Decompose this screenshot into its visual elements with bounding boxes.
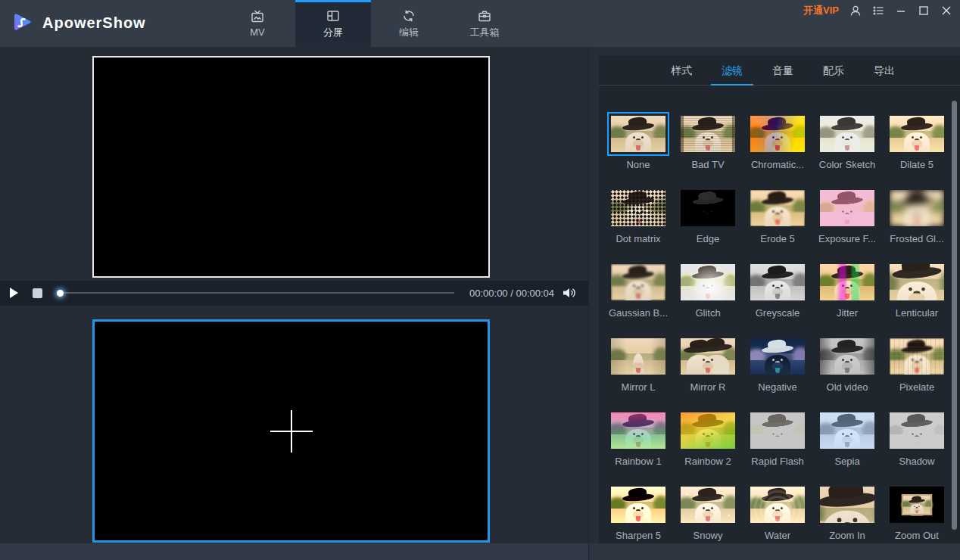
filter-label: Rainbow 1 [603,456,673,467]
cowboy-hat-crown [768,339,787,349]
bottom-video-slot-selected[interactable] [92,319,490,543]
filter-dot-matrix[interactable]: Dot matrix [603,186,673,260]
filter-chromatic[interactable]: Chromatic... [743,112,812,186]
thumbnail-scene [750,116,805,152]
filter-bad-tv[interactable]: Bad TV [673,112,743,186]
stop-button[interactable] [33,288,42,298]
filter-snowy[interactable]: Snowy [673,483,743,543]
filter-zoom-in[interactable]: Zoom In [812,483,882,543]
filter-label: Mirror R [673,381,743,393]
filter-label: Color Sketch [812,159,882,170]
close-icon[interactable] [940,5,952,17]
filter-thumbnail [750,116,805,152]
filter-rapid-flash[interactable]: Rapid Flash [743,409,812,483]
dog-figure [910,504,924,516]
filter-thumbnail-frame [886,409,948,453]
top-video-preview[interactable] [92,56,490,278]
filter-sharpen-5[interactable]: Sharpen 5 [603,483,673,543]
tab-toolbox[interactable]: 工具箱 [447,0,522,47]
filter-sepia[interactable]: Sepia [812,409,882,483]
panel-content: 样式 滤镜 音量 配乐 导出 [599,55,960,543]
filter-erode-5[interactable]: Erode 5 [743,186,812,260]
filter-dilate-5[interactable]: Dilate 5 [882,112,952,186]
filter-label: Exposure F... [812,233,882,244]
menu-icon[interactable] [872,5,884,17]
scrollbar-thumb[interactable] [952,101,957,530]
filter-lenticular[interactable]: Lenticular [882,260,952,334]
tab-edit[interactable]: 编辑 [371,0,447,47]
thumbnail-scene [750,487,805,523]
maximize-icon[interactable] [918,5,930,17]
filter-thumbnail-frame [607,260,669,304]
thumbnail-scene [611,264,665,300]
filter-edge[interactable]: Edge [673,186,743,260]
filter-label: Mirror L [603,381,673,393]
filter-pixelate[interactable]: Pixelate [882,334,952,409]
cowboy-hat-crown [837,413,856,423]
filter-label: Sepia [812,456,882,467]
filter-mirror-l[interactable]: Mirror L [603,334,673,409]
filter-water[interactable]: Water [743,483,812,543]
filter-thumbnail [820,487,874,523]
tab-split-screen[interactable]: 分屏 [295,0,371,47]
filter-thumbnail-frame [886,260,948,304]
thumbnail-scene [681,487,735,523]
app-brand: ApowerShow [9,10,146,36]
cowboy-hat-crown [698,413,717,423]
filter-exposure-flash[interactable]: Exposure F... [812,186,882,260]
filter-thumbnail [750,264,805,300]
seek-slider[interactable] [61,292,454,294]
filter-rainbow-2[interactable]: Rainbow 2 [673,409,743,483]
filter-thumbnail-frame [886,186,948,230]
filter-rainbow-1[interactable]: Rainbow 1 [603,409,673,483]
seek-handle[interactable] [57,290,64,297]
filter-shadow[interactable]: Shadow [882,409,952,483]
vip-button[interactable]: 开通VIP [803,4,839,17]
play-button[interactable] [10,288,19,298]
filter-thumbnail [681,190,735,226]
tab-style[interactable]: 样式 [671,55,692,86]
tab-export[interactable]: 导出 [874,55,895,86]
filter-thumbnail [681,487,735,523]
filter-old-video[interactable]: Old video [812,334,882,409]
filter-greyscale[interactable]: Greyscale [743,260,812,334]
cowboy-hat-brim [909,499,925,504]
tab-volume[interactable]: 音量 [772,55,793,86]
thumbnail-scene [890,264,944,300]
filter-frosted-glass[interactable]: Frosted Gl... [882,186,952,260]
filter-glitch[interactable]: Glitch [673,260,743,334]
thumbnail-scene [611,487,665,523]
scrollbar[interactable] [951,95,958,534]
filter-color-sketch[interactable]: Color Sketch [812,112,882,186]
filter-thumbnail-frame [816,334,878,378]
filter-jitter[interactable]: Jitter [812,260,882,334]
filter-thumbnail [890,264,944,300]
filter-mirror-r[interactable]: Mirror R [673,334,743,409]
minimize-icon[interactable] [895,5,907,17]
volume-icon[interactable] [562,286,576,300]
filter-thumbnail [750,190,805,226]
filter-gaussian-blur[interactable]: Gaussian B... [603,260,673,334]
user-icon[interactable] [849,5,862,17]
tab-mv[interactable]: MV [220,0,295,47]
filter-thumbnail-frame [677,260,739,304]
tab-filter[interactable]: 滤镜 [722,55,743,86]
filter-label: Pixelate [882,381,952,393]
app-title: ApowerShow [42,14,146,32]
filter-thumbnail [611,190,665,226]
cowboy-hat-crown [628,117,647,126]
filter-none[interactable]: None [603,112,673,186]
filter-label: Erode 5 [743,233,812,244]
tab-music[interactable]: 配乐 [823,55,844,86]
filter-thumbnail [820,264,874,300]
thumbnail-scene [890,190,944,226]
filter-zoom-out[interactable]: Zoom Out [882,483,952,543]
cowboy-hat-crown [768,487,787,497]
thumbnail-scene [820,116,874,152]
filter-label: Gaussian B... [603,307,673,319]
filter-label: Zoom In [812,530,882,541]
cowboy-hat-crown [907,117,926,126]
thumbnail-scene [611,190,665,226]
window-controls: 开通VIP [803,3,952,18]
filter-negative[interactable]: Negative [743,334,812,409]
